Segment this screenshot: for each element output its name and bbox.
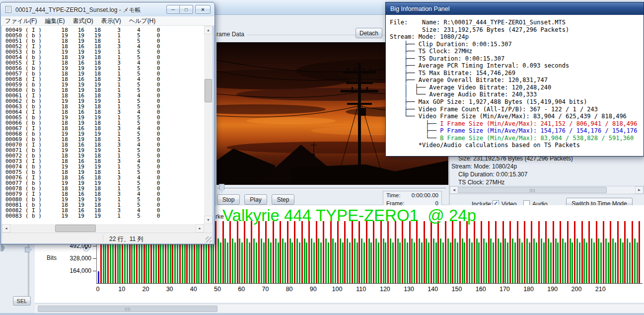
x-tick-label: 130 [401, 286, 417, 293]
frame-bar-i-220 [624, 221, 626, 283]
seek-slider-track[interactable] [217, 188, 446, 190]
frame-bar-b-180 [529, 242, 530, 283]
x-tick-label: 0 [90, 286, 106, 293]
frame-bar-b-9 [119, 242, 121, 283]
frame-bar-b-84 [299, 242, 300, 283]
frame-bar-i-109 [358, 221, 360, 283]
scroll-right-icon[interactable]: ► [635, 186, 644, 194]
frame-bar-b-123 [392, 242, 394, 283]
info-panel-line-17: *Video/Audio calculations based on TS Pa… [390, 142, 644, 149]
notepad-text-area[interactable]: 00049 ( I ) 18 16 18 3 4 0 00050 ( b ) 1… [2, 26, 204, 219]
x-tick-label: 70 [257, 286, 273, 293]
notepad-horizontal-scrollbar[interactable]: ◄ ► [2, 224, 204, 233]
frame-bar-i-94 [323, 221, 324, 283]
frame-bar-b-11 [124, 238, 126, 283]
info-panel-text: File: Name: R:\00017_444_TYPE-ZERO1_Suns… [386, 15, 644, 156]
scroll-left-icon[interactable]: ◄ [2, 224, 10, 233]
frame-bar-b-198 [572, 242, 573, 283]
frame-bar-b-105 [349, 242, 351, 283]
frame-bar-b-51 [220, 242, 221, 283]
maximize-button[interactable]: □ [180, 5, 193, 14]
frame-bar-b-5 [110, 238, 111, 283]
info-panel-line-0: File: Name: R:\00017_444_TYPE-ZERO1_Suns… [390, 19, 644, 26]
play-button[interactable]: Play [244, 194, 267, 205]
frame-bar-b-54 [227, 242, 228, 283]
notepad-menu-item-3[interactable]: 表示(V) [97, 17, 125, 25]
frame-bar-b-63 [249, 242, 250, 283]
notepad-client-area[interactable]: 00049 ( I ) 18 16 18 3 4 0 00050 ( b ) 1… [2, 26, 204, 224]
scroll-right-icon[interactable]: ► [196, 224, 204, 233]
frame-bar-i-76 [280, 221, 281, 283]
notepad-menu-item-0[interactable]: ファイル(F) [1, 17, 41, 25]
vertical-scrollbar-thumb[interactable] [205, 79, 212, 102]
frame-bar-i-130 [409, 221, 411, 283]
horizontal-scrollbar-thumb[interactable] [55, 225, 96, 232]
resize-grip-icon[interactable] [206, 236, 212, 242]
frame-bar-b-29 [167, 238, 169, 283]
notepad-menu-item-1[interactable]: 編集(E) [41, 17, 69, 25]
frame-bar-p-0 [98, 271, 99, 283]
detach-button[interactable]: Detach [356, 28, 382, 38]
y-tick-mark [93, 246, 96, 246]
x-tick-label: 30 [162, 286, 178, 293]
frame-bar-i-118 [380, 221, 382, 283]
frame-bar-b-168 [500, 242, 501, 283]
frame-bar-i-73 [273, 221, 274, 283]
frame-bar-i-85 [301, 221, 303, 283]
frame-bar-b-32 [174, 238, 176, 283]
frame-bar-b-179 [526, 238, 528, 283]
scroll-left-icon[interactable]: ◄ [450, 186, 458, 194]
frame-bar-b-90 [313, 242, 315, 283]
info-panel-line-6: ├── Average PCR Timing Interval: 0.093 s… [390, 62, 644, 70]
frame-bar-i-142 [437, 221, 439, 283]
scale-slider-thumb[interactable] [25, 247, 32, 252]
frame-bar-b-53 [224, 238, 226, 283]
frame-bar-b-83 [296, 238, 298, 283]
notepad-vertical-scrollbar[interactable]: ▲ ▼ [204, 26, 213, 224]
frame-bar-b-218 [620, 238, 621, 283]
frame-bar-b-171 [507, 242, 508, 283]
frame-bar-i-112 [366, 221, 367, 283]
frame-bar-b-201 [579, 242, 580, 283]
chart-horizontal-scrollbar[interactable] [35, 304, 644, 313]
frame-bar-b-26 [160, 238, 161, 283]
frame-bar-b-27 [162, 242, 164, 283]
frame-bar-b-98 [332, 238, 334, 283]
frame-bar-b-155 [469, 238, 470, 283]
close-button[interactable]: × [195, 5, 211, 14]
sel-button[interactable]: SEL [13, 296, 31, 306]
frame-bar-i-163 [488, 221, 490, 283]
frame-bar-b-117 [378, 242, 379, 283]
chart-scrollbar-thumb[interactable] [38, 306, 217, 312]
info-panel-line-14: ├── I Frame Size (Min/Ave/Max): 241,152 … [390, 120, 644, 128]
frame-bar-b-74 [275, 238, 277, 283]
frame-bar-b-56 [232, 238, 233, 283]
stop-button[interactable]: Stop [217, 194, 240, 205]
frame-bar-i-193 [560, 221, 561, 283]
x-tick-label: 140 [425, 286, 441, 293]
scroll-up-icon[interactable]: ▲ [204, 26, 213, 34]
frame-bar-b-135 [421, 242, 423, 283]
frame-bar-b-35 [182, 238, 183, 283]
info-horizontal-scrollbar[interactable]: ◄ ► [449, 186, 644, 194]
frame-bar-i-184 [538, 221, 540, 283]
left-edge-slider-thumb[interactable] [0, 244, 5, 251]
frame-bar-b-18 [141, 242, 143, 283]
notepad-menu-item-2[interactable]: 書式(O) [69, 17, 97, 25]
frame-bar-b-159 [478, 242, 480, 283]
chart-title: Valkyrie 444 TYPE-ZERO1 @ 24p [222, 206, 476, 225]
frame-bar-b-96 [328, 242, 329, 283]
scroll-down-icon[interactable]: ▼ [204, 216, 213, 224]
info-scrollbar-thumb[interactable] [458, 187, 607, 193]
frame-bar-b-107 [354, 238, 356, 283]
frame-bar-b-78 [285, 242, 286, 283]
step-button[interactable]: Step [272, 194, 294, 205]
notepad-menu-bar: ファイル(F)編集(E)書式(O)表示(V)ヘルプ(H) [1, 16, 215, 26]
notepad-menu-item-4[interactable]: ヘルプ(H) [125, 17, 160, 25]
big-panel-titlebar[interactable]: Big Information Panel [386, 2, 644, 15]
minimize-button[interactable]: ─ [166, 5, 180, 14]
frame-bar-b-137 [426, 238, 427, 283]
time-label: Time: [386, 192, 400, 198]
frame-bar-i-97 [330, 221, 332, 283]
info-panel-line-3: ├── Clip Duration: 0:00:15.307 [390, 41, 644, 48]
